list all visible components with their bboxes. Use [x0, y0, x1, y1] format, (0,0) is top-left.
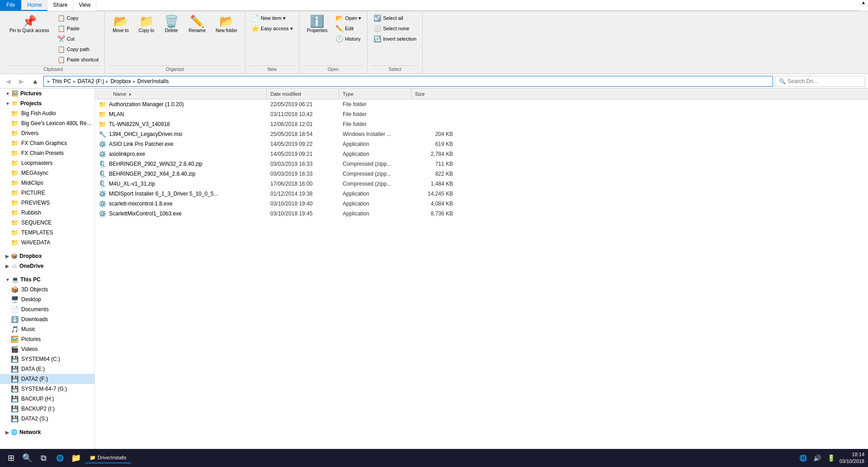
- sidebar-group-projects[interactable]: ▼📁Projects: [0, 98, 94, 108]
- sidebar-group-pictures[interactable]: ▼🖼️Pictures: [0, 89, 94, 98]
- battery-tray-icon[interactable]: 🔋: [826, 453, 837, 463]
- pin-to-quick-access-button[interactable]: 📌 Pin to Quick access: [5, 13, 53, 36]
- search-input[interactable]: [788, 78, 861, 84]
- sidebar-item-pictures[interactable]: 🖼️Pictures: [0, 334, 94, 344]
- network-tray-icon[interactable]: 🌐: [797, 453, 809, 463]
- table-row[interactable]: 📁TL-WN822N_V3_14091812/06/2018 12:01File…: [95, 119, 868, 129]
- sidebar-item-label: TEMPLATES: [21, 229, 53, 236]
- new-item-button[interactable]: 📄 New item ▾: [249, 13, 295, 23]
- sidebar-item-picture[interactable]: 📁PICTURE: [0, 188, 94, 198]
- sidebar-item-videos[interactable]: 🎬Videos: [0, 344, 94, 354]
- move-to-button[interactable]: 📂 Move to: [108, 13, 133, 35]
- sidebar-item-fx-chain-graphics[interactable]: 📁FX Chain Graphics: [0, 138, 94, 148]
- sidebar-item-3d-objects[interactable]: 📦3D Objects: [0, 285, 94, 294]
- sidebar-item-drivers[interactable]: 📁Drivers: [0, 128, 94, 138]
- forward-button[interactable]: ▶: [16, 76, 27, 86]
- table-row[interactable]: ⚙️ASIO Link Pro Patcher.exe14/05/2019 09…: [95, 139, 868, 149]
- file-type: Compressed (zipp...: [339, 171, 411, 177]
- sidebar-item-desktop[interactable]: 🖥️Desktop: [0, 294, 94, 304]
- select-all-button[interactable]: ☑️ Select all: [371, 13, 419, 23]
- open-button[interactable]: 📂 Open ▾: [333, 13, 363, 23]
- search-box[interactable]: 🔍: [775, 76, 865, 87]
- table-row[interactable]: 📁Authorization Manager (1.0.20)22/05/201…: [95, 99, 868, 109]
- edge-button[interactable]: 🌐: [52, 451, 67, 465]
- history-button[interactable]: 🕐 History: [333, 34, 363, 44]
- tab-share[interactable]: Share: [47, 0, 73, 11]
- file-size: 4,084 KB: [411, 201, 457, 207]
- sidebar-item-loopmasters[interactable]: 📁Loopmasters: [0, 158, 94, 168]
- volume-tray-icon[interactable]: 🔊: [811, 453, 823, 463]
- sidebar-group-onedrive[interactable]: ▶☁️OneDrive: [0, 261, 94, 271]
- paste-shortcut-button[interactable]: 📋 Paste shortcut: [55, 55, 101, 65]
- sidebar-item-fx-chain-presets[interactable]: 📁FX Chain Presets: [0, 148, 94, 158]
- task-view-button[interactable]: ⧉: [36, 451, 51, 465]
- sidebar-item-big-gee's-lexicon-480l-reverb[interactable]: 📁Big Gee's Lexicon 480L Reverb: [0, 118, 94, 128]
- ribbon-minimize[interactable]: ▲: [859, 0, 868, 5]
- delete-button[interactable]: 🗑️ Delete: [160, 13, 183, 35]
- sidebar-item-data-(e:)[interactable]: 💾DATA (E:): [0, 364, 94, 374]
- sidebar-group-network[interactable]: ▶🌐Network: [0, 427, 94, 437]
- col-header-date[interactable]: Date modified: [267, 89, 339, 99]
- sidebar-item-backup-(h:)[interactable]: 💾BACKUP (H:): [0, 394, 94, 404]
- table-row[interactable]: 🗜️M4U_XL-v1_31.zip17/06/2018 16:00Compre…: [95, 179, 868, 189]
- col-header-name[interactable]: Name ▲: [95, 89, 267, 99]
- tab-view[interactable]: View: [73, 0, 96, 11]
- col-header-type[interactable]: Type: [339, 89, 411, 99]
- table-row[interactable]: ⚙️MIDISport Installer 6_1_3_Driver 5_10_…: [95, 189, 868, 199]
- tab-home[interactable]: Home: [22, 0, 47, 11]
- sidebar-group-this-pc[interactable]: ▼💻This PC: [0, 275, 94, 285]
- sidebar-item-big-fish-audio[interactable]: 📁Big Fish Audio: [0, 108, 94, 118]
- back-button[interactable]: ◀: [3, 76, 14, 86]
- new-folder-button[interactable]: 📂 New folder: [212, 13, 241, 35]
- table-row[interactable]: 🗜️BEHRINGER_2902_X64_2.8.40.zip03/03/201…: [95, 169, 868, 179]
- table-row[interactable]: 🔧1394_OHCI_LegacyDriver.msi25/05/2018 18…: [95, 129, 868, 139]
- explorer-button[interactable]: 📁: [69, 451, 83, 465]
- copy-button[interactable]: 📋 Copy: [55, 13, 101, 23]
- table-row[interactable]: ⚙️scarlett-mixcontrol-1.8.exe03/10/2018 …: [95, 199, 868, 209]
- sidebar-item-downloads[interactable]: ⬇️Downloads: [0, 314, 94, 324]
- sidebar-item-backup2-(i:)[interactable]: 💾BACKUP2 (I:): [0, 404, 94, 414]
- tab-file[interactable]: File: [0, 0, 22, 11]
- table-row[interactable]: ⚙️ScarlettMixControl1_10b3.exe03/10/2018…: [95, 209, 868, 219]
- rename-button[interactable]: ✏️ Rename: [184, 13, 210, 35]
- sidebar-item-templates[interactable]: 📁TEMPLATES: [0, 228, 94, 238]
- search-taskbar-button[interactable]: 🔍: [20, 451, 34, 465]
- select-none-button[interactable]: ⬜ Select none: [371, 23, 419, 33]
- copy-path-button[interactable]: 📋 Copy path: [55, 44, 101, 54]
- sidebar-item-system64-(c:)[interactable]: 💾SYSTEM64 (C:): [0, 354, 94, 364]
- file-size: 822 KB: [411, 171, 457, 177]
- easy-access-button[interactable]: ⭐ Easy access ▾: [249, 23, 295, 33]
- clock[interactable]: 18:14 03/10/2018: [840, 451, 864, 465]
- sidebar-item-data2-(s:)[interactable]: 💾DATA2 (S:): [0, 414, 94, 424]
- sidebar-item-documents[interactable]: 📄Documents: [0, 304, 94, 314]
- sidebar-item-previews[interactable]: 📁PREVIEWS: [0, 198, 94, 208]
- table-row[interactable]: 🗜️BEHRINGER_2902_WIN32_2.8.40.zip03/03/2…: [95, 159, 868, 169]
- sidebar-item-wavedata[interactable]: 📁WAVEDATA: [0, 238, 94, 248]
- sidebar-item-rubbish[interactable]: 📁Rubbish: [0, 208, 94, 218]
- cut-button[interactable]: ✂️ Cut: [55, 34, 101, 44]
- file-area: Name ▲ Date modified Type Size 📁Authoriz…: [95, 89, 868, 467]
- properties-button[interactable]: ℹ️ Properties: [303, 13, 332, 35]
- sidebar-item-midiclips[interactable]: 📁MidiClips: [0, 178, 94, 188]
- col-header-size[interactable]: Size: [411, 89, 457, 99]
- item-icon: 📁: [11, 120, 19, 127]
- file-date: 03/03/2019 16:33: [267, 161, 339, 167]
- start-button[interactable]: ⊞: [4, 451, 18, 465]
- edit-button[interactable]: ✏️ Edit: [333, 23, 363, 33]
- copy-to-button[interactable]: 📁 Copy to: [135, 13, 158, 35]
- up-button[interactable]: ▲: [29, 76, 42, 86]
- table-row[interactable]: ⚙️asiolinkpro.exe14/05/2019 09:21Applica…: [95, 149, 868, 159]
- paste-button[interactable]: 📋 Paste: [55, 23, 101, 33]
- sidebar-item-music[interactable]: 🎵Music: [0, 324, 94, 334]
- file-size: 2,784 KB: [411, 151, 457, 157]
- sidebar-group-dropbox[interactable]: ▶📦Dropbox: [0, 251, 94, 261]
- sidebar-item-megasync[interactable]: 📁MEGAsync: [0, 168, 94, 178]
- sidebar-item-sequence[interactable]: 📁SEQUENCE: [0, 218, 94, 228]
- taskbar-app-driverinstalls[interactable]: 📁 DriverInstalls: [85, 453, 131, 463]
- sidebar-item-system-64-7-(g:)[interactable]: 💾SYSTEM-64-7 (G:): [0, 384, 94, 394]
- table-row[interactable]: 📁MLAN03/11/2018 10:42File folder: [95, 109, 868, 119]
- address-path[interactable]: ▸ This PC ▸ DATA2 (F:) ▸ Dropbox ▸ Drive…: [43, 76, 773, 87]
- file-icon: ⚙️: [99, 190, 106, 197]
- invert-selection-button[interactable]: 🔃 Invert selection: [371, 34, 419, 44]
- sidebar-item-data2-(f:)[interactable]: 💾DATA2 (F:): [0, 374, 94, 384]
